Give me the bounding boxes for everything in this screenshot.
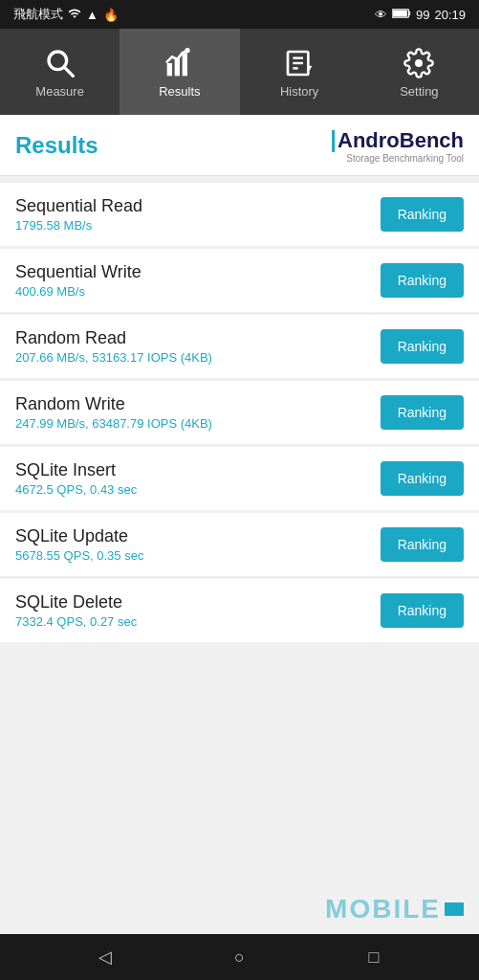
fire-icon: 🔥	[103, 8, 119, 22]
battery-percent: 99	[416, 8, 429, 22]
ranking-button-0[interactable]: Ranking	[381, 197, 464, 232]
bench-row-1: Sequential Write 400.69 MB/s Ranking	[0, 249, 479, 312]
results-icon	[163, 46, 197, 80]
bench-info-3: Random Write 247.99 MB/s, 63487.79 IOPS …	[15, 394, 381, 431]
bench-name-1: Sequential Write	[15, 262, 381, 282]
bench-value-3: 247.99 MB/s, 63487.79 IOPS (4KB)	[15, 416, 381, 431]
tab-measure-label: Measure	[35, 84, 84, 99]
tab-setting-label: Setting	[400, 84, 438, 99]
measure-icon	[43, 46, 77, 80]
watermark-text: MOBILE	[325, 894, 464, 924]
tab-history-label: History	[280, 84, 318, 99]
svg-line-4	[64, 67, 73, 76]
bench-row-3: Random Write 247.99 MB/s, 63487.79 IOPS …	[0, 381, 479, 444]
recent-button[interactable]: □	[355, 938, 393, 976]
bench-info-6: SQLite Delete 7332.4 QPS, 0.27 sec	[15, 592, 381, 629]
bench-name-3: Random Write	[15, 394, 381, 414]
tab-measure[interactable]: Measure	[0, 29, 120, 115]
page-title: Results	[15, 132, 98, 159]
bench-value-4: 4672.5 QPS, 0.43 sec	[15, 482, 381, 497]
eye-icon: 👁	[375, 8, 387, 22]
watermark-area: MOBILE	[0, 762, 479, 934]
tab-results-label: Results	[159, 84, 200, 99]
time: 20:19	[434, 8, 466, 22]
ranking-button-6[interactable]: Ranking	[381, 593, 464, 628]
bench-row-0: Sequential Read 1795.58 MB/s Ranking	[0, 183, 479, 246]
bench-name-6: SQLite Delete	[15, 592, 381, 612]
status-bar: 飛航模式 ▲ 🔥 👁 99 20:19	[0, 0, 479, 29]
svg-rect-5	[167, 63, 172, 76]
ranking-button-1[interactable]: Ranking	[381, 263, 464, 298]
bench-info-0: Sequential Read 1795.58 MB/s	[15, 196, 381, 233]
brand-tagline: Storage Benchmarking Tool	[346, 153, 464, 164]
bench-value-2: 207.66 MB/s, 53163.17 IOPS (4KB)	[15, 350, 381, 365]
bench-info-1: Sequential Write 400.69 MB/s	[15, 262, 381, 299]
setting-icon	[402, 46, 436, 80]
tab-results[interactable]: Results	[120, 29, 239, 115]
benchmark-list: Sequential Read 1795.58 MB/s Ranking Seq…	[0, 176, 479, 762]
ranking-button-3[interactable]: Ranking	[381, 395, 464, 430]
tab-history[interactable]: History	[240, 29, 359, 115]
bench-name-2: Random Read	[15, 328, 381, 348]
ranking-button-2[interactable]: Ranking	[381, 329, 464, 364]
bench-name-0: Sequential Read	[15, 196, 381, 216]
ranking-button-5[interactable]: Ranking	[381, 527, 464, 562]
status-mode: 飛航模式	[13, 6, 63, 23]
home-button[interactable]: ○	[220, 938, 258, 976]
bench-value-1: 400.69 MB/s	[15, 284, 381, 299]
bench-info-4: SQLite Insert 4672.5 QPS, 0.43 sec	[15, 460, 381, 497]
bench-row-2: Random Read 207.66 MB/s, 53163.17 IOPS (…	[0, 315, 479, 378]
bench-info-5: SQLite Update 5678.55 QPS, 0.35 sec	[15, 526, 381, 563]
bench-row-6: SQLite Delete 7332.4 QPS, 0.27 sec Ranki…	[0, 579, 479, 642]
bench-name-4: SQLite Insert	[15, 460, 381, 480]
svg-rect-2	[393, 10, 407, 16]
status-left: 飛航模式 ▲ 🔥	[13, 6, 119, 23]
brand-name: AndroBench	[337, 128, 464, 153]
svg-point-14	[415, 59, 423, 67]
page-header: Results | AndroBench Storage Benchmarkin…	[0, 115, 479, 176]
brand-pipe: |	[330, 126, 337, 153]
bench-value-6: 7332.4 QPS, 0.27 sec	[15, 614, 381, 629]
bench-info-2: Random Read 207.66 MB/s, 53163.17 IOPS (…	[15, 328, 381, 365]
watermark-flag	[445, 902, 464, 916]
svg-point-8	[185, 48, 189, 53]
back-button[interactable]: ◁	[86, 938, 124, 976]
svg-rect-1	[408, 11, 410, 14]
svg-rect-7	[183, 53, 187, 76]
ranking-button-4[interactable]: Ranking	[381, 461, 464, 496]
signal-icon: ▲	[86, 8, 98, 22]
battery-icon	[392, 8, 411, 22]
bottom-nav: ◁ ○ □	[0, 934, 479, 980]
bench-value-5: 5678.55 QPS, 0.35 sec	[15, 548, 381, 563]
wifi-icon	[68, 7, 81, 23]
history-icon	[282, 46, 316, 80]
bench-value-0: 1795.58 MB/s	[15, 218, 381, 233]
brand-logo: | AndroBench Storage Benchmarking Tool	[330, 126, 464, 164]
tab-setting[interactable]: Setting	[359, 29, 479, 115]
bench-name-5: SQLite Update	[15, 526, 381, 546]
tab-bar: Measure Results History	[0, 29, 479, 115]
bench-row-4: SQLite Insert 4672.5 QPS, 0.43 sec Ranki…	[0, 447, 479, 510]
status-right: 👁 99 20:19	[375, 8, 466, 22]
bench-row-5: SQLite Update 5678.55 QPS, 0.35 sec Rank…	[0, 513, 479, 576]
